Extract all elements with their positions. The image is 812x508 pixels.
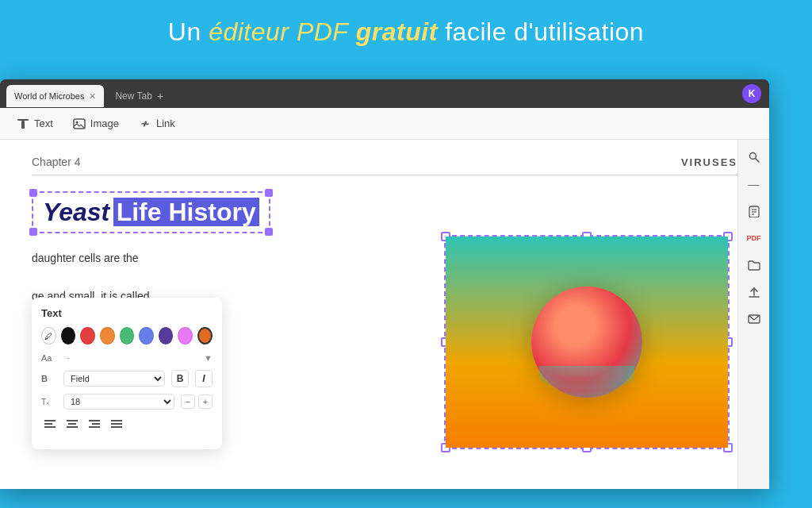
font-size-label: Aa bbox=[41, 353, 57, 363]
toolbar-image[interactable]: Image bbox=[72, 117, 119, 131]
tab-plus-icon[interactable]: + bbox=[157, 90, 163, 102]
align-right-button[interactable] bbox=[86, 416, 103, 433]
sphere-image bbox=[446, 237, 728, 448]
search-sidebar-icon[interactable] bbox=[743, 146, 765, 168]
anchor-br bbox=[265, 228, 273, 236]
right-sidebar: — PDF bbox=[737, 140, 769, 489]
tab-world-of-microbes[interactable]: World of Microbes ✕ bbox=[6, 85, 104, 107]
folder-sidebar-icon[interactable] bbox=[743, 254, 765, 276]
field-select[interactable]: Field bbox=[63, 371, 165, 387]
anchor-tl bbox=[29, 189, 37, 197]
font-size-dash: - bbox=[67, 352, 70, 364]
color-green[interactable] bbox=[120, 327, 135, 344]
align-left-button[interactable] bbox=[41, 416, 59, 433]
color-pink[interactable] bbox=[178, 327, 193, 344]
color-black[interactable] bbox=[61, 327, 76, 344]
size-row: Tₓ 18 − + bbox=[41, 394, 213, 410]
align-buttons bbox=[41, 416, 125, 433]
color-brown[interactable] bbox=[197, 327, 213, 344]
svg-rect-14 bbox=[111, 420, 122, 421]
anchor-tr bbox=[265, 189, 273, 197]
image-selection-box[interactable] bbox=[444, 235, 730, 449]
size-increment[interactable]: + bbox=[198, 394, 213, 409]
svg-rect-8 bbox=[67, 420, 78, 421]
color-style-icon[interactable]: 🖊 bbox=[41, 327, 56, 344]
svg-rect-9 bbox=[68, 423, 76, 425]
browser-window: World of Microbes ✕ New Tab + K Text bbox=[0, 79, 769, 489]
minus-sidebar-icon[interactable]: — bbox=[743, 173, 765, 195]
toolbar-link-label: Link bbox=[156, 117, 175, 129]
toolbar-image-label: Image bbox=[90, 117, 119, 129]
mail-sidebar-icon[interactable] bbox=[743, 308, 765, 330]
svg-line-18 bbox=[755, 159, 759, 163]
content-area: Chapter 4 VIRUSES Yeast Life History dau… bbox=[0, 140, 769, 489]
image-icon bbox=[72, 117, 86, 131]
link-icon bbox=[138, 117, 152, 131]
image-content bbox=[446, 237, 728, 448]
svg-rect-5 bbox=[44, 423, 52, 425]
color-purple[interactable] bbox=[159, 327, 174, 344]
heading-selection[interactable]: Yeast Life History bbox=[32, 191, 270, 233]
chapter-title: VIRUSES bbox=[681, 156, 737, 168]
tagline-highlight1: éditeur PDF bbox=[209, 17, 348, 46]
svg-rect-10 bbox=[67, 426, 78, 428]
svg-rect-16 bbox=[111, 426, 122, 428]
editor-toolbar: Text Image Link bbox=[0, 108, 769, 140]
tagline-suffix: facile d'utilisation bbox=[438, 17, 644, 46]
user-avatar[interactable]: K bbox=[742, 84, 761, 103]
align-center-button[interactable] bbox=[63, 416, 81, 433]
svg-rect-4 bbox=[44, 420, 56, 421]
heading-highlight-text: Life History bbox=[113, 198, 259, 226]
upload-sidebar-icon[interactable] bbox=[743, 281, 765, 303]
panel-title: Text bbox=[41, 307, 213, 319]
size-stepper: − + bbox=[181, 394, 213, 409]
svg-rect-15 bbox=[111, 423, 122, 425]
size-decrement[interactable]: − bbox=[181, 394, 195, 409]
svg-rect-13 bbox=[89, 426, 100, 428]
toolbar-text[interactable]: Text bbox=[16, 117, 53, 131]
svg-rect-0 bbox=[17, 119, 29, 121]
color-indigo[interactable] bbox=[139, 327, 154, 344]
heading-italic-text: Yeast bbox=[43, 198, 109, 226]
chapter-header: Chapter 4 VIRUSES bbox=[32, 156, 737, 175]
tagline-highlight2: gratuit bbox=[356, 17, 438, 46]
bold-button[interactable]: B bbox=[171, 370, 189, 387]
toolbar-text-label: Text bbox=[34, 117, 53, 129]
download-sidebar-icon[interactable] bbox=[743, 200, 765, 222]
body-line-1: daughter cells are the bbox=[32, 249, 396, 268]
anchor-bl bbox=[29, 228, 37, 236]
italic-button[interactable]: I bbox=[195, 370, 213, 387]
tab-bar: World of Microbes ✕ New Tab + K bbox=[0, 79, 769, 108]
alignment-row bbox=[41, 416, 213, 433]
tagline-prefix: Un bbox=[168, 17, 209, 46]
bold-label: B bbox=[41, 374, 57, 383]
dropdown-arrow[interactable]: ▼ bbox=[204, 353, 213, 363]
text-icon bbox=[16, 117, 30, 131]
tab-close-icon[interactable]: ✕ bbox=[89, 92, 96, 101]
tab-label-new: New Tab bbox=[115, 90, 151, 102]
tagline: Un éditeur PDF gratuit facile d'utilisat… bbox=[0, 0, 812, 61]
font-size-row: Aa - ▼ bbox=[41, 352, 213, 364]
tagline-middle bbox=[348, 17, 355, 46]
svg-rect-1 bbox=[21, 121, 25, 129]
size-label: Tₓ bbox=[41, 398, 57, 406]
svg-rect-6 bbox=[44, 426, 56, 428]
pdf-sidebar-icon[interactable]: PDF bbox=[743, 227, 765, 249]
size-select[interactable]: 18 bbox=[63, 394, 174, 410]
svg-rect-11 bbox=[89, 420, 100, 421]
color-orange[interactable] bbox=[100, 327, 115, 344]
align-justify-button[interactable] bbox=[108, 416, 125, 433]
tab-new-tab[interactable]: New Tab + bbox=[107, 85, 186, 107]
svg-point-3 bbox=[75, 121, 78, 123]
chapter-label: Chapter 4 bbox=[32, 156, 80, 168]
color-red[interactable] bbox=[80, 327, 95, 344]
tab-label-world: World of Microbes bbox=[14, 91, 84, 101]
text-panel: Text 🖊 Aa - ▼ B bbox=[32, 298, 222, 449]
sphere-object bbox=[531, 287, 642, 398]
color-row: 🖊 bbox=[41, 327, 213, 344]
toolbar-link[interactable]: Link bbox=[138, 117, 175, 131]
bold-field-row: B Field B I bbox=[41, 370, 213, 387]
svg-rect-12 bbox=[92, 423, 100, 425]
